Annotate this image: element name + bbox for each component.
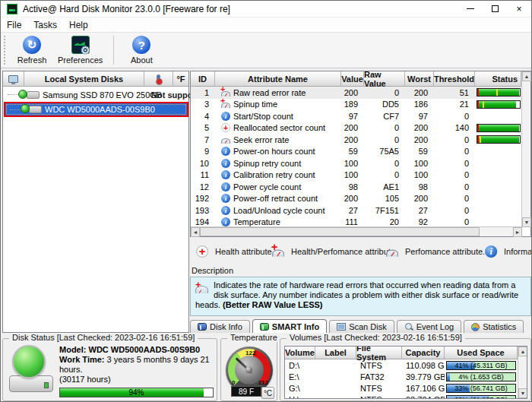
- work-time-label: Work Time:: [59, 355, 105, 364]
- temp-unit-header[interactable]: °F: [173, 71, 188, 87]
- smart-attribute-row[interactable]: 10Spinup retry count10001000: [191, 157, 521, 169]
- celsius-toggle-button[interactable]: °C: [261, 387, 274, 399]
- column-header-raw-value[interactable]: Raw Value: [364, 71, 405, 87]
- attr-value: 59: [341, 146, 364, 158]
- attr-name-cell: Calibration retry count: [215, 169, 341, 182]
- attr-name-cell: Seek error rate: [215, 134, 341, 146]
- minimize-button[interactable]: [458, 1, 483, 17]
- app-icon: [7, 4, 17, 14]
- menu-item-tasks[interactable]: Tasks: [27, 18, 63, 32]
- about-button[interactable]: About: [120, 34, 163, 66]
- attr-name-cell: Start/Stop count: [215, 110, 341, 122]
- attr-id: 9: [191, 146, 215, 158]
- column-header-capacity[interactable]: Capacity: [402, 347, 445, 359]
- attr-status-cell: [475, 181, 521, 193]
- smart-horizontal-scrollbar[interactable]: ◄ ►: [191, 226, 522, 236]
- smart-attribute-row[interactable]: 9Power-on hours count5975A5590: [191, 146, 521, 158]
- attr-threshold: 0: [434, 204, 475, 217]
- smart-attribute-row[interactable]: 3+Spinup time189DD518621: [191, 99, 521, 111]
- smart-attribute-row[interactable]: 7Seek error rate20002000: [191, 134, 521, 146]
- smart-attribute-row[interactable]: 193Load/Unload cycle count277F151270: [191, 204, 521, 217]
- preferences-button[interactable]: Preferences: [53, 34, 107, 66]
- scroll-left-icon[interactable]: ◄: [191, 227, 200, 237]
- column-header-id[interactable]: ID: [191, 71, 215, 87]
- column-header-attribute-name[interactable]: Attribute Name: [215, 71, 341, 87]
- smart-attribute-row[interactable]: 4Start/Stop count97CF7970: [191, 110, 521, 122]
- disk-health-graphic: [9, 345, 56, 397]
- attr-id: 12: [191, 181, 215, 193]
- description-box: + Indicates the rate of hardware read er…: [190, 277, 531, 316]
- toolbar-grip[interactable]: [4, 36, 6, 65]
- scroll-up-icon[interactable]: ▲: [522, 71, 531, 81]
- hscroll-thumb[interactable]: [200, 227, 480, 236]
- column-header-value[interactable]: Value: [341, 71, 364, 87]
- volumes-scrollbar[interactable]: ▲ ▼: [518, 347, 527, 398]
- refresh-button[interactable]: Refresh: [11, 34, 53, 66]
- attr-status-cell: [475, 193, 521, 205]
- column-header-used-space[interactable]: Used Space: [445, 347, 518, 359]
- disk-item-wdc-wd5000aads-00s9b0[interactable]: WDC WD5000AADS-00S9B0: [4, 102, 188, 117]
- attr-worst: 100: [405, 169, 434, 182]
- scroll-down-icon[interactable]: ▼: [522, 217, 531, 227]
- disk-item-samsung-ssd-870-evo-250gb[interactable]: Samsung SSD 870 EVO 250GBNot suppo: [3, 88, 188, 101]
- tab-disk-info[interactable]: Disk Info: [190, 320, 250, 333]
- close-button[interactable]: ×: [507, 1, 531, 17]
- menu-item-file[interactable]: File: [1, 18, 27, 32]
- volume-row[interactable]: G:\NTFS167.106 GB33% (56.741 GB): [285, 382, 518, 394]
- health-progress-text: 94%: [60, 388, 213, 397]
- attr-name-cell: Power cycle count: [215, 181, 341, 193]
- scroll-down-icon[interactable]: ▼: [518, 388, 527, 398]
- column-header-file-system[interactable]: File System: [356, 347, 402, 359]
- thermometer-header-cell[interactable]: [144, 71, 173, 87]
- scroll-up-icon[interactable]: ▲: [518, 347, 527, 356]
- attr-name-cell: Power-off retract count: [215, 193, 341, 205]
- local-system-disks-header[interactable]: Local System Disks: [24, 71, 144, 87]
- attr-name: Seek error rate: [233, 135, 289, 144]
- tab-bar: Disk InfoSMART InfoScan DiskEvent LogSta…: [190, 319, 531, 333]
- scroll-right-icon[interactable]: ►: [513, 227, 522, 237]
- smart-attribute-row[interactable]: 12Power cycle count98AE1980: [191, 181, 521, 193]
- tab-statistics[interactable]: Statistics: [464, 320, 524, 333]
- tab-event-log[interactable]: Event Log: [397, 320, 462, 333]
- attr-name: Spinup time: [233, 100, 277, 109]
- used-space-text: 62% (61.867 GB): [447, 396, 515, 400]
- attr-status-cell: [475, 110, 521, 122]
- column-header-label[interactable]: Label: [315, 347, 356, 359]
- column-header-worst[interactable]: Worst: [405, 71, 434, 87]
- computer-icon-header-cell[interactable]: [3, 71, 24, 87]
- attr-worst: 98: [405, 181, 434, 193]
- attr-threshold: 0: [434, 181, 475, 193]
- disk-status-group: Disk Status [Last Checked: 2023-02-16 16…: [2, 338, 217, 401]
- attr-raw: 7F151: [364, 204, 405, 217]
- smart-vertical-scrollbar[interactable]: ▲ ▼: [521, 71, 530, 227]
- tab-scan-disk[interactable]: Scan Disk: [329, 320, 394, 333]
- attr-value: 100: [341, 169, 364, 182]
- volume-row[interactable]: E:\FAT3239.779 GB4% (1.653 GB): [285, 371, 518, 382]
- disk-list: Samsung SSD 870 EVO 250GBNot suppoWDC WD…: [3, 88, 188, 117]
- attr-name-cell: +Spinup time: [215, 99, 341, 111]
- smart-attribute-row[interactable]: 192Power-off retract count2001052000: [191, 193, 521, 205]
- attr-value: 100: [341, 157, 364, 169]
- information-icon: [221, 182, 230, 192]
- attr-status-cell: [475, 134, 521, 146]
- maximize-button[interactable]: [483, 1, 507, 17]
- green-status-orb-icon: [21, 104, 30, 113]
- smart-attribute-row[interactable]: 1+Raw read error rate200020051: [191, 87, 521, 99]
- volume-row[interactable]: D:\NTFS110.098 GB41% (45.311 GB): [285, 359, 518, 371]
- temperature-title: Temperature: [227, 333, 280, 342]
- smart-attribute-row[interactable]: 5Reallocated sector count2000200140: [191, 122, 521, 135]
- menu-item-help[interactable]: Help: [63, 18, 94, 32]
- smart-table-header: IDAttribute NameValueRaw ValueWorstThres…: [191, 71, 521, 87]
- gauge-scale-top: 122: [245, 350, 255, 356]
- description-bold-text: (Better RAW Value LESS): [223, 300, 322, 309]
- legend-perfomance-attribute: Perfomance attribute.: [380, 247, 479, 256]
- column-header-volume[interactable]: Volume: [285, 347, 315, 359]
- volume-capacity: 167.106 GB: [402, 384, 445, 393]
- legend-health-perfomance-attribute: +Health/Perfomance attribute.: [266, 247, 380, 256]
- tab-smart-info[interactable]: SMART Info: [252, 319, 327, 333]
- smart-attribute-row[interactable]: 11Calibration retry count10001000: [191, 169, 521, 182]
- column-header-threshold[interactable]: Threshold: [434, 71, 475, 87]
- volume-row[interactable]: H:\NTFS98.704 GB62% (61.867 GB): [285, 394, 518, 399]
- attr-name: Power cycle count: [233, 182, 301, 192]
- column-header-status[interactable]: Status: [475, 71, 521, 87]
